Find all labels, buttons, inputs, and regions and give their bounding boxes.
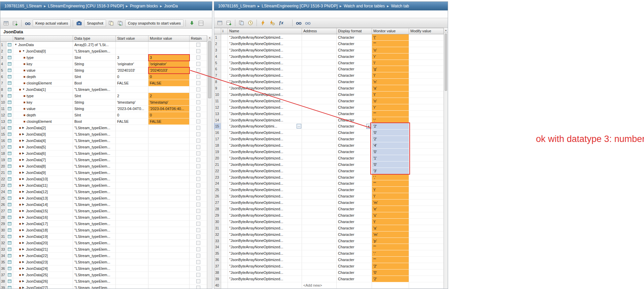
start-value-cell[interactable] [116,233,148,240]
add-row-button[interactable] [11,19,19,27]
watch-table-row[interactable]: 6"JsonByteArrayNoneOptimized...Character… [214,66,444,72]
data-type-cell[interactable]: "LStream_typeElem... [73,259,116,265]
breadcrumb-item[interactable]: LStreamEngineering [CPU 1516-3 PN/DP] [262,4,337,8]
address-cell[interactable] [302,149,337,155]
data-type-cell[interactable]: "LStream_typeElem... [73,170,116,176]
retain-checkbox[interactable] [196,215,200,219]
display-format-cell[interactable]: Character [337,187,372,193]
modify-value-cell[interactable] [409,257,444,263]
modify-value-cell[interactable] [409,41,444,47]
watch-name-cell[interactable]: "JsonByteArrayNoneOptimized... [228,212,302,219]
retain-checkbox[interactable] [196,43,200,47]
start-value-cell[interactable] [116,138,148,144]
watch-name-cell[interactable]: "JsonByteArrayNoneOptimized... [228,219,302,225]
header-name[interactable]: Name [13,36,73,41]
modify-value-cell[interactable] [409,72,444,79]
retain-checkbox[interactable] [196,260,200,264]
display-format-cell[interactable]: Character [337,269,372,276]
display-format-cell[interactable]: Character [337,219,372,225]
insert-row-button[interactable] [2,19,10,27]
keep-actual-values-button[interactable]: Keep actual values [33,20,71,27]
address-cell[interactable] [302,136,337,142]
watch-table-row[interactable]: 39"JsonByteArrayNoneOptimized...Characte… [214,276,444,282]
address-cell[interactable] [302,79,337,85]
watch-name-cell[interactable]: "JsonByteArrayNoneOptimized... [228,53,302,60]
watch-name-cell[interactable]: "JsonByteArrayNoneOptimized... [228,225,302,231]
start-value-cell[interactable] [116,125,148,131]
modify-value-cell[interactable] [409,155,444,161]
expand-icon[interactable]: ▶ [22,214,26,220]
data-type-cell[interactable]: "LStream_typeElem... [73,227,116,233]
start-value-cell[interactable] [116,170,148,176]
add-new-cell[interactable]: <Add new> [302,282,337,289]
start-value-cell[interactable] [116,195,148,202]
display-format-cell[interactable]: Character [337,66,372,72]
db-table-row[interactable]: 37▶JsonData[25]"LStream_typeElem... [0,272,207,278]
modify-value-cell[interactable] [409,269,444,276]
modify-value-cell[interactable] [409,180,444,187]
address-cell[interactable] [302,219,337,225]
copy-snapshots-button[interactable]: Copy snapshots to start values [125,20,183,27]
start-value-cell[interactable] [116,227,148,233]
watch-name-cell[interactable]: "JsonByteArrayNoneOptimized... [228,111,302,117]
expand-icon[interactable]: ▶ [22,278,26,284]
display-format-dropdown[interactable]: ▼ [366,124,371,129]
display-format-cell[interactable]: Character [337,200,372,206]
display-format-cell[interactable]: Character [337,92,372,98]
watch-table-row[interactable]: 32"JsonByteArrayNoneOptimized...Characte… [214,231,444,238]
start-value-cell[interactable] [116,163,148,170]
db-table-row[interactable]: 29▶JsonData[17]"LStream_typeElem... [0,221,207,227]
data-type-cell[interactable]: "LStream_typeElem... [73,272,116,278]
start-value-cell[interactable] [116,246,148,253]
data-type-cell[interactable]: "LStream_typeElem... [73,138,116,144]
start-value-cell[interactable] [116,189,148,195]
collapse-icon[interactable]: ▼ [22,86,26,93]
data-type-cell[interactable]: "LStream_typeElem... [73,195,116,202]
retain-checkbox[interactable] [196,203,200,207]
address-cell[interactable] [302,206,337,212]
retain-checkbox[interactable] [196,196,200,200]
watch-table-row[interactable]: 4"JsonByteArrayNoneOptimized...Character… [214,53,444,60]
address-cell[interactable] [302,60,337,66]
watch-name-cell[interactable] [228,282,302,289]
address-cell[interactable] [302,104,337,111]
db-table-row[interactable]: 22▶JsonData[10]"LStream_typeElem... [0,176,207,182]
display-format-cell[interactable]: Character [337,34,372,41]
watch-name-cell[interactable]: "JsonByteArrayNoneOptimized... [228,250,302,257]
address-cell[interactable] [302,123,337,130]
modify-value-cell[interactable] [409,200,444,206]
retain-checkbox[interactable] [196,164,200,168]
breadcrumb-item[interactable]: LStreamEngineering [CPU 1516-3 PN/DP] [48,4,124,8]
modify-value-cell[interactable] [409,117,444,123]
address-cell[interactable] [302,53,337,60]
data-type-cell[interactable]: "LStream_typeElem... [73,214,116,221]
watch-name-cell[interactable]: "JsonByteArrayNoneOptimized... [228,149,302,155]
display-format-cell[interactable]: Character [337,142,372,149]
modify-value-cell[interactable] [409,212,444,219]
modify-value-cell[interactable] [409,79,444,85]
modify-value-cell[interactable] [409,66,444,72]
modify-value-cell[interactable] [409,206,444,212]
modify-value-cell[interactable] [409,130,444,136]
insert-row-button[interactable] [216,19,224,27]
expand-icon[interactable]: ▶ [22,227,26,233]
start-value-cell[interactable] [116,157,148,163]
db-table-row[interactable]: 32▶JsonData[20]"LStream_typeElem... [0,240,207,246]
expand-icon[interactable]: ▶ [22,195,26,201]
db-table-row[interactable]: 11valueString'2023-04-04T0...'2023-04-04… [0,106,207,112]
watch-name-cell[interactable]: "JsonByteArrayNoneOptimized... [228,85,302,92]
expand-icon[interactable]: ▶ [22,182,26,188]
start-value-cell[interactable] [116,150,148,157]
watch-table-row[interactable]: 29"JsonByteArrayNoneOptimized...Characte… [214,212,444,219]
address-cell[interactable] [302,200,337,206]
address-cell[interactable] [302,263,337,269]
modify-value-cell[interactable] [409,244,444,250]
address-cell[interactable] [302,238,337,244]
watch-name-cell[interactable]: "JsonByteArrayNoneOptimized... [228,187,302,193]
watch-name-cell[interactable]: "JsonByteArrayNoneOptimized... [228,155,302,161]
data-type-cell[interactable]: "LStream_typeElem... [73,202,116,208]
display-format-cell[interactable]: Character [337,72,372,79]
watch-table-row[interactable]: 17"JsonByteArrayNoneOptimized...Characte… [214,136,444,142]
db-table-row[interactable]: 21▶JsonData[9]"LStream_typeElem... [0,170,207,176]
watch-table-row[interactable]: 31"JsonByteArrayNoneOptimized...Characte… [214,225,444,231]
